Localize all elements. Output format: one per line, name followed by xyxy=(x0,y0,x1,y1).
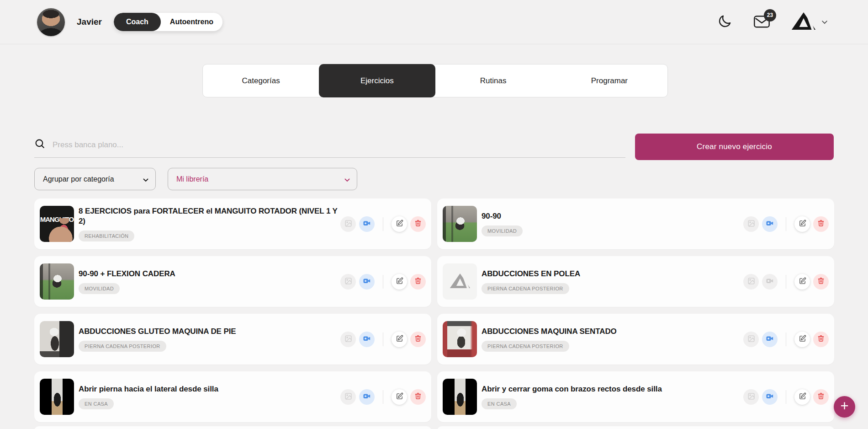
exercise-info: Abrir pierna hacia el lateral desde sill… xyxy=(79,384,218,409)
delete-button[interactable] xyxy=(813,274,829,290)
image-icon xyxy=(747,392,755,402)
edit-button[interactable] xyxy=(392,389,407,405)
exercise-card: ABDUCCIONES MAQUINA SENTADOPIERNA CADENA… xyxy=(437,314,834,365)
card-actions xyxy=(340,332,426,347)
tab-categorias[interactable]: Categorías xyxy=(203,64,319,97)
edit-button[interactable] xyxy=(392,332,407,347)
divider xyxy=(383,217,383,231)
image-button[interactable] xyxy=(340,216,356,232)
avatar[interactable] xyxy=(37,8,65,36)
exercise-category-tag: EN CASA xyxy=(482,398,517,409)
video-button[interactable] xyxy=(359,389,375,405)
image-icon xyxy=(344,220,352,229)
placeholder-triangle-logo-icon xyxy=(450,273,471,290)
delete-button[interactable] xyxy=(410,274,426,290)
exercise-thumbnail: MANGUITO xyxy=(40,206,74,242)
card-actions xyxy=(340,216,426,232)
trash-icon xyxy=(414,392,422,401)
image-icon xyxy=(344,335,352,344)
video-camera-icon xyxy=(363,392,371,401)
toggle-autoentreno-button[interactable]: Autoentreno xyxy=(161,13,222,31)
header-actions: 23 xyxy=(717,12,828,32)
video-button[interactable] xyxy=(359,216,375,232)
edit-button[interactable] xyxy=(794,332,810,347)
edit-button[interactable] xyxy=(794,389,810,405)
exercise-thumbnail xyxy=(443,321,477,357)
video-camera-icon xyxy=(363,335,371,343)
account-menu[interactable] xyxy=(791,12,828,32)
exercise-info: ABDUCCIONES GLUTEO MAQUINA DE PIEPIERNA … xyxy=(79,327,236,352)
exercise-thumbnail xyxy=(40,263,74,300)
edit-button[interactable] xyxy=(794,274,810,290)
edit-button[interactable] xyxy=(794,216,810,232)
mode-toggle: Coach Autoentreno xyxy=(114,13,222,31)
video-camera-icon xyxy=(363,220,371,228)
image-button[interactable] xyxy=(340,389,356,405)
exercise-card: 90-90MOVILIDAD xyxy=(437,198,834,249)
tab-rutinas[interactable]: Rutinas xyxy=(435,64,551,97)
messages-button[interactable]: 23 xyxy=(753,14,770,30)
trash-icon xyxy=(414,220,422,228)
exercise-category-tag: MOVILIDAD xyxy=(79,283,120,294)
tab-programar[interactable]: Programar xyxy=(551,64,667,97)
tab-ejercicios[interactable]: Ejercicios xyxy=(319,64,435,97)
next-row-partial xyxy=(34,426,868,429)
exercise-category-tag: EN CASA xyxy=(79,398,114,409)
card-actions xyxy=(743,274,829,290)
card-actions xyxy=(340,274,426,290)
image-button[interactable] xyxy=(340,332,356,347)
exercise-category-tag: PIERNA CADENA POSTERIOR xyxy=(482,283,569,294)
image-button[interactable] xyxy=(743,216,759,232)
trash-icon xyxy=(414,335,422,343)
exercise-thumbnail xyxy=(443,206,477,242)
card-actions xyxy=(743,332,829,347)
divider xyxy=(383,332,383,346)
video-button[interactable] xyxy=(762,332,778,347)
toolbar: Crear nuevo ejercicio xyxy=(34,134,834,160)
divider xyxy=(786,390,786,404)
video-camera-icon xyxy=(766,220,774,228)
user-block: Javier Coach Autoentreno xyxy=(37,8,222,36)
video-button[interactable] xyxy=(762,389,778,405)
create-exercise-button[interactable]: Crear nuevo ejercicio xyxy=(635,134,834,160)
image-icon xyxy=(344,277,352,286)
video-button[interactable] xyxy=(359,274,375,290)
divider xyxy=(383,390,383,404)
exercise-category-tag: MOVILIDAD xyxy=(482,225,523,236)
video-button[interactable] xyxy=(762,274,778,290)
delete-button[interactable] xyxy=(813,389,829,405)
exercise-category-tag: REHABILITACIÓN xyxy=(79,231,134,241)
video-button[interactable] xyxy=(762,216,778,232)
image-button[interactable] xyxy=(743,274,759,290)
image-icon xyxy=(747,277,755,286)
image-button[interactable] xyxy=(743,332,759,347)
toggle-coach-button[interactable]: Coach xyxy=(114,13,161,31)
video-camera-icon xyxy=(766,335,774,343)
exercise-title: 90-90 + FLEXION CADERA xyxy=(79,269,175,279)
video-button[interactable] xyxy=(359,332,375,347)
delete-button[interactable] xyxy=(410,216,426,232)
thumb-figure xyxy=(48,218,74,242)
image-button[interactable] xyxy=(743,389,759,405)
delete-button[interactable] xyxy=(813,332,829,347)
delete-button[interactable] xyxy=(410,389,426,405)
exercise-category-tag: PIERNA CADENA POSTERIOR xyxy=(79,341,166,352)
video-camera-icon xyxy=(766,277,774,286)
add-fab-button[interactable]: + xyxy=(834,396,855,418)
video-camera-icon xyxy=(363,277,371,286)
edit-pencil-icon xyxy=(799,277,806,286)
library-select[interactable]: Mi librería xyxy=(168,168,357,190)
delete-button[interactable] xyxy=(410,332,426,347)
trash-icon xyxy=(414,277,422,286)
edit-button[interactable] xyxy=(392,274,407,290)
trash-icon xyxy=(817,220,825,228)
search-input[interactable] xyxy=(53,140,625,150)
delete-button[interactable] xyxy=(813,216,829,232)
divider xyxy=(383,275,383,289)
group-by-select[interactable]: Agrupar por categoría xyxy=(34,168,156,190)
image-button[interactable] xyxy=(340,274,356,290)
moon-icon xyxy=(717,14,732,31)
theme-toggle-button[interactable] xyxy=(717,14,732,31)
image-icon xyxy=(747,335,755,344)
edit-button[interactable] xyxy=(392,216,407,232)
